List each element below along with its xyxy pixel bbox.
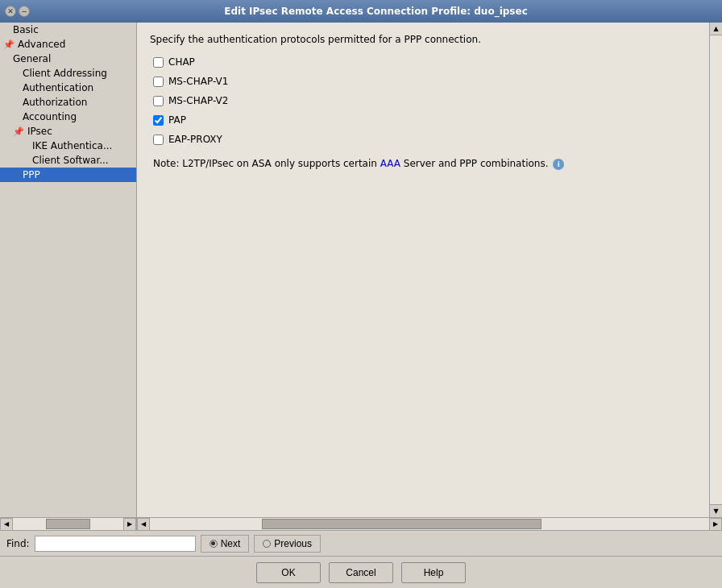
window-title: Edit IPsec Remote Access Connection Prof… <box>35 6 717 17</box>
note-text: Note: L2TP/IPsec on ASA only supports ce… <box>150 158 696 170</box>
info-icon[interactable]: i <box>553 159 564 170</box>
sidebar-item-ipsec[interactable]: 📌 IPsec <box>0 124 136 139</box>
eap-proxy-checkbox[interactable] <box>153 135 164 145</box>
tree-hscrollbar[interactable]: ◀ ▶ <box>0 517 136 530</box>
sidebar-item-general[interactable]: General <box>0 52 136 66</box>
find-input[interactable] <box>35 536 196 552</box>
ms-chap-v2-checkbox[interactable] <box>153 96 164 106</box>
content-hscrollbar[interactable]: ◀ ▶ <box>137 517 722 530</box>
chap-label: CHAP <box>168 56 195 68</box>
next-radio-icon <box>210 540 218 548</box>
content-scroll-track[interactable] <box>150 518 709 530</box>
content-description: Specify the authentication protocols per… <box>150 34 696 45</box>
pap-checkbox[interactable] <box>153 115 164 126</box>
ms-chap-v2-row: MS-CHAP-V2 <box>150 95 696 106</box>
eap-proxy-label: EAP-PROXY <box>168 134 222 145</box>
window-controls: ✕ − <box>5 6 30 17</box>
scroll-thumb[interactable] <box>46 519 90 529</box>
pap-label: PAP <box>168 114 186 126</box>
ms-chap-v1-row: MS-CHAP-V1 <box>150 76 696 87</box>
main-area: Basic 📌 Advanced General Client Addressi… <box>0 23 722 530</box>
sidebar-item-ike-authentication[interactable]: IKE Authentica... <box>0 139 136 153</box>
right-panel: Specify the authentication protocols per… <box>137 23 722 530</box>
dialog-body: Basic 📌 Advanced General Client Addressi… <box>0 23 722 588</box>
sidebar-item-client-addressing[interactable]: Client Addressing <box>0 66 136 81</box>
cancel-button[interactable]: Cancel <box>329 562 393 583</box>
vscroll-down-arrow[interactable]: ▼ <box>710 504 722 517</box>
vscroll-up-arrow[interactable]: ▲ <box>710 23 722 35</box>
find-label: Find: <box>6 538 30 549</box>
vscrollbar[interactable]: ▲ ▼ <box>709 23 722 517</box>
chap-row: CHAP <box>150 56 696 68</box>
sidebar-item-client-software[interactable]: Client Softwar... <box>0 153 136 168</box>
scroll-left-arrow[interactable]: ◀ <box>0 518 13 531</box>
content-with-vscroll: Specify the authentication protocols per… <box>137 23 722 517</box>
ok-button[interactable]: OK <box>256 562 321 583</box>
button-bar: OK Cancel Help <box>0 556 722 588</box>
vscroll-track[interactable] <box>710 35 722 504</box>
sidebar-item-authentication[interactable]: Authentication <box>0 81 136 95</box>
pin-icon: 📌 <box>3 39 15 50</box>
ms-chap-v1-checkbox[interactable] <box>153 77 164 87</box>
scroll-right-arrow[interactable]: ▶ <box>123 518 136 531</box>
expand-icon <box>3 26 11 34</box>
aaa-link[interactable]: AAA <box>380 158 400 169</box>
sidebar-item-authorization[interactable]: Authorization <box>0 95 136 110</box>
previous-button[interactable]: Previous <box>254 535 321 553</box>
content-scroll-right[interactable]: ▶ <box>709 518 722 531</box>
find-bar: Find: Next Previous <box>0 530 722 556</box>
help-button[interactable]: Help <box>401 562 466 583</box>
close-button[interactable]: ✕ <box>5 6 16 17</box>
sidebar-item-ppp[interactable]: PPP <box>0 168 136 182</box>
sidebar-item-accounting[interactable]: Accounting <box>0 110 136 124</box>
title-bar: ✕ − Edit IPsec Remote Access Connection … <box>0 0 722 23</box>
content-panel: Specify the authentication protocols per… <box>137 23 709 517</box>
sidebar-item-advanced[interactable]: 📌 Advanced <box>0 37 136 52</box>
minimize-button[interactable]: − <box>19 6 30 17</box>
scroll-track[interactable] <box>13 518 123 530</box>
chap-checkbox[interactable] <box>153 57 164 68</box>
pap-row: PAP <box>150 114 696 126</box>
pin-icon-ipsec: 📌 <box>13 126 24 137</box>
next-button[interactable]: Next <box>201 535 250 553</box>
eap-proxy-row: EAP-PROXY <box>150 134 696 145</box>
content-scroll-thumb[interactable] <box>262 519 542 529</box>
previous-radio-icon <box>263 540 271 548</box>
tree-scroll-area: Basic 📌 Advanced General Client Addressi… <box>0 23 136 517</box>
ms-chap-v2-label: MS-CHAP-V2 <box>168 95 228 106</box>
sidebar-item-basic[interactable]: Basic <box>0 23 136 37</box>
ms-chap-v1-label: MS-CHAP-V1 <box>168 76 228 87</box>
content-scroll-left[interactable]: ◀ <box>137 518 150 531</box>
tree-panel: Basic 📌 Advanced General Client Addressi… <box>0 23 137 530</box>
